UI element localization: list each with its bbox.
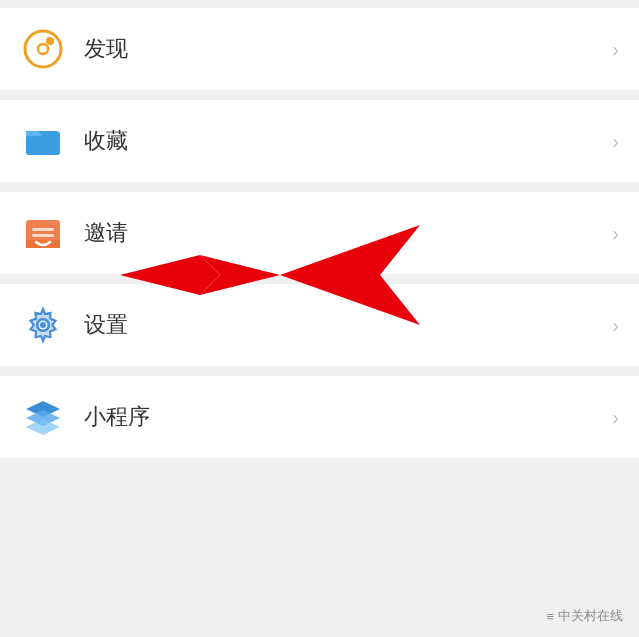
svg-point-0: [25, 31, 61, 67]
layers-icon: [22, 396, 64, 438]
favorites-chevron: ›: [612, 130, 619, 153]
svg-point-1: [38, 44, 48, 54]
app-container: 发现 › 收藏 ›: [0, 0, 639, 637]
miniprogram-icon-wrapper: [20, 394, 66, 440]
svg-rect-4: [26, 136, 60, 155]
menu-item-favorites[interactable]: 收藏 ›: [0, 100, 639, 182]
favorites-label: 收藏: [84, 126, 612, 156]
menu-item-discover[interactable]: 发现 ›: [0, 8, 639, 90]
invite-chevron: ›: [612, 222, 619, 245]
svg-point-14: [40, 322, 46, 328]
discover-icon-wrapper: [20, 26, 66, 72]
compass-icon: [22, 28, 64, 70]
invite-icon-wrapper: [20, 210, 66, 256]
svg-marker-17: [26, 419, 60, 435]
miniprogram-chevron: ›: [612, 406, 619, 429]
folder-icon: [22, 120, 64, 162]
settings-icon-wrapper: [20, 302, 66, 348]
miniprogram-label: 小程序: [84, 402, 612, 432]
watermark: ≡ 中关村在线: [546, 607, 623, 625]
gear-icon: [22, 304, 64, 346]
svg-point-2: [46, 37, 54, 45]
watermark-prefix: ≡: [546, 609, 554, 624]
invite-label: 邀请: [84, 218, 612, 248]
menu-section-settings: 设置 ›: [0, 284, 639, 366]
menu-item-settings[interactable]: 设置 ›: [0, 284, 639, 366]
inbox-icon: [22, 212, 64, 254]
watermark-text: 中关村在线: [558, 607, 623, 625]
menu-section-miniprogram: 小程序 ›: [0, 376, 639, 458]
menu-list: 发现 › 收藏 ›: [0, 0, 639, 468]
settings-label: 设置: [84, 310, 612, 340]
menu-section-invite: 邀请 ›: [0, 192, 639, 274]
favorites-icon-wrapper: [20, 118, 66, 164]
menu-item-miniprogram[interactable]: 小程序 ›: [0, 376, 639, 458]
svg-rect-8: [32, 234, 54, 237]
discover-chevron: ›: [612, 38, 619, 61]
svg-rect-10: [26, 240, 60, 244]
settings-chevron: ›: [612, 314, 619, 337]
menu-item-invite[interactable]: 邀请 ›: [0, 192, 639, 274]
discover-label: 发现: [84, 34, 612, 64]
menu-section-favorites: 收藏 ›: [0, 100, 639, 182]
menu-section-discover: 发现 ›: [0, 8, 639, 90]
svg-rect-7: [32, 228, 54, 231]
